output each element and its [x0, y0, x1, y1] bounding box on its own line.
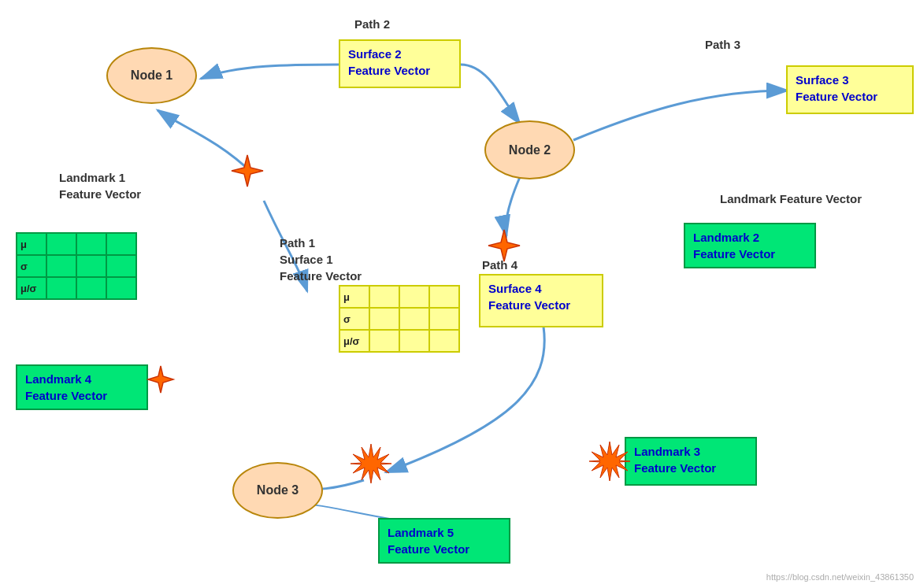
svg-marker-4: [351, 444, 391, 483]
svg-marker-3: [488, 230, 520, 261]
node3: Node 3: [232, 462, 323, 519]
landmark1-grid: μ σ μ/σ: [16, 232, 137, 300]
svg-marker-5: [589, 442, 630, 481]
landmark1-label: Landmark 1Feature Vector: [59, 169, 141, 202]
diagram: Node 1 Node 2 Node 3 Surface 2Feature Ve…: [0, 0, 920, 588]
surface2-box: Surface 2Feature Vector: [339, 39, 461, 88]
path3-label: Path 3: [705, 38, 740, 51]
watermark: https://blog.csdn.net/weixin_43861350: [766, 572, 914, 582]
path1-surface1-label: Path 1Surface 1Feature Vector: [280, 235, 362, 284]
star4: [589, 441, 630, 482]
svg-marker-2: [232, 155, 263, 187]
landmark5-box: Landmark 5Feature Vector: [378, 518, 510, 564]
landmark3-box: Landmark 3Feature Vector: [625, 437, 757, 486]
landmark-fv-label: Landmark Feature Vector: [720, 190, 862, 207]
surface3-box: Surface 3Feature Vector: [786, 65, 914, 114]
svg-marker-6: [148, 366, 173, 393]
star2: [487, 228, 521, 263]
node1: Node 1: [106, 47, 197, 104]
surface4-box: Surface 4Feature Vector: [479, 274, 603, 327]
surface1-grid: μ σ μ/σ: [339, 285, 460, 353]
path2-label: Path 2: [354, 17, 390, 31]
star1: [230, 153, 265, 188]
star3: [351, 443, 391, 484]
landmark2-box: Landmark 2Feature Vector: [684, 223, 816, 268]
node2: Node 2: [484, 120, 575, 179]
landmark4-box: Landmark 4Feature Vector: [16, 364, 148, 410]
landmark4-star: [146, 364, 176, 394]
